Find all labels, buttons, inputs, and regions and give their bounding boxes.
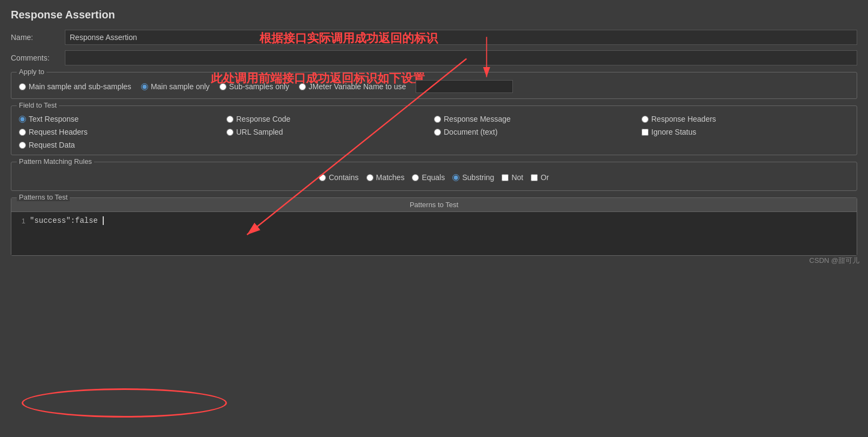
field-to-test-section: Field to Test Text Response Response Cod…	[11, 105, 857, 155]
pmr-substring-label: Substring	[462, 173, 494, 182]
comments-input[interactable]	[65, 50, 857, 65]
table-row: 1 "success":false	[15, 215, 853, 226]
ftt-response-code-radio[interactable]	[226, 116, 233, 123]
ftt-request-data-radio[interactable]	[19, 142, 26, 149]
highlight-ellipse	[22, 388, 227, 418]
pmr-contains-radio[interactable]	[319, 174, 326, 181]
ftt-response-message-option[interactable]: Response Message	[434, 115, 642, 123]
pmr-or-checkbox[interactable]	[531, 174, 538, 181]
apply-main-only-option[interactable]: Main sample only	[141, 82, 210, 91]
pmr-substring-radio[interactable]	[452, 174, 459, 181]
line-number: 1	[17, 217, 25, 225]
ftt-text-response-option[interactable]: Text Response	[19, 115, 226, 123]
ftt-ignore-status-label: Ignore Status	[651, 128, 696, 136]
apply-main-sub-label: Main sample and sub-samples	[29, 82, 131, 91]
pmr-equals-radio[interactable]	[412, 174, 419, 181]
apply-jmeter-var-option[interactable]: JMeter Variable Name to use	[299, 82, 406, 91]
pmr-contains-label: Contains	[329, 173, 358, 182]
name-row: Name:	[11, 30, 857, 45]
pmr-matches-label: Matches	[376, 173, 405, 182]
pmr-contains-option[interactable]: Contains	[319, 173, 358, 182]
ftt-document-text-radio[interactable]	[434, 129, 441, 136]
ftt-request-headers-option[interactable]: Request Headers	[19, 128, 226, 136]
pmr-not-option[interactable]: Not	[502, 173, 523, 182]
ftt-request-data-option[interactable]: Request Data	[19, 141, 226, 149]
pattern-matching-rules-group: Contains Matches Equals Substring Not Or	[19, 168, 849, 185]
pattern-value: "success":false	[30, 216, 98, 225]
apply-sub-only-option[interactable]: Sub-samples only	[219, 82, 289, 91]
ftt-document-text-option[interactable]: Document (text)	[434, 128, 642, 136]
pmr-equals-label: Equals	[422, 173, 445, 182]
ftt-ignore-status-checkbox[interactable]	[642, 129, 649, 136]
apply-main-sub-radio[interactable]	[19, 83, 26, 90]
apply-main-only-radio[interactable]	[141, 83, 148, 90]
comments-row: Comments:	[11, 50, 857, 65]
patterns-body[interactable]: 1 "success":false	[11, 212, 857, 255]
apply-to-label: Apply to	[17, 68, 46, 76]
pmr-equals-option[interactable]: Equals	[412, 173, 445, 182]
ftt-text-response-label: Text Response	[29, 115, 79, 123]
ftt-request-data-label: Request Data	[29, 141, 75, 149]
ftt-response-code-label: Response Code	[236, 115, 290, 123]
patterns-to-test-outer-label: Patterns to Test	[17, 193, 70, 201]
ftt-url-sampled-option[interactable]: URL Sampled	[226, 128, 434, 136]
pmr-matches-radio[interactable]	[366, 174, 373, 181]
ftt-request-headers-label: Request Headers	[29, 128, 88, 136]
patterns-to-test-section: Patterns to Test Patterns to Test 1 "suc…	[11, 197, 857, 256]
name-label: Name:	[11, 33, 59, 42]
ftt-response-message-radio[interactable]	[434, 116, 441, 123]
ftt-response-headers-radio[interactable]	[642, 116, 649, 123]
pmr-or-option[interactable]: Or	[531, 173, 549, 182]
text-cursor	[103, 216, 104, 225]
patterns-to-test-header: Patterns to Test	[11, 198, 857, 212]
comments-label: Comments:	[11, 54, 59, 62]
pattern-matching-rules-section: Pattern Matching Rules Contains Matches …	[11, 162, 857, 191]
apply-sub-only-label: Sub-samples only	[229, 82, 289, 91]
ftt-url-sampled-radio[interactable]	[226, 129, 233, 136]
pmr-not-checkbox[interactable]	[502, 174, 509, 181]
apply-main-only-label: Main sample only	[151, 82, 210, 91]
apply-to-section: Apply to Main sample and sub-samples Mai…	[11, 72, 857, 99]
pmr-not-label: Not	[511, 173, 523, 182]
apply-jmeter-var-radio[interactable]	[299, 83, 306, 90]
pmr-matches-option[interactable]: Matches	[366, 173, 405, 182]
ftt-response-headers-label: Response Headers	[651, 115, 716, 123]
apply-sub-only-radio[interactable]	[219, 83, 226, 90]
jmeter-var-input[interactable]	[416, 80, 513, 93]
pattern-matching-rules-label: Pattern Matching Rules	[17, 157, 94, 165]
name-input[interactable]	[65, 30, 857, 45]
ftt-response-code-option[interactable]: Response Code	[226, 115, 434, 123]
watermark: CSDN @甜可儿	[809, 256, 859, 266]
ftt-request-headers-radio[interactable]	[19, 129, 26, 136]
pmr-substring-option[interactable]: Substring	[452, 173, 494, 182]
ftt-response-headers-option[interactable]: Response Headers	[642, 115, 849, 123]
ftt-url-sampled-label: URL Sampled	[236, 128, 283, 136]
field-to-test-label: Field to Test	[17, 101, 59, 109]
pmr-or-label: Or	[540, 173, 549, 182]
apply-jmeter-var-label: JMeter Variable Name to use	[309, 82, 406, 91]
ftt-document-text-label: Document (text)	[444, 128, 498, 136]
panel-title: Response Assertion	[11, 9, 857, 21]
ftt-text-response-radio[interactable]	[19, 116, 26, 123]
ftt-ignore-status-option[interactable]: Ignore Status	[642, 128, 849, 136]
apply-main-sub-option[interactable]: Main sample and sub-samples	[19, 82, 131, 91]
ftt-response-message-label: Response Message	[444, 115, 511, 123]
field-to-test-group: Text Response Response Code Response Mes…	[19, 111, 849, 149]
apply-to-group: Main sample and sub-samples Main sample …	[19, 78, 849, 93]
